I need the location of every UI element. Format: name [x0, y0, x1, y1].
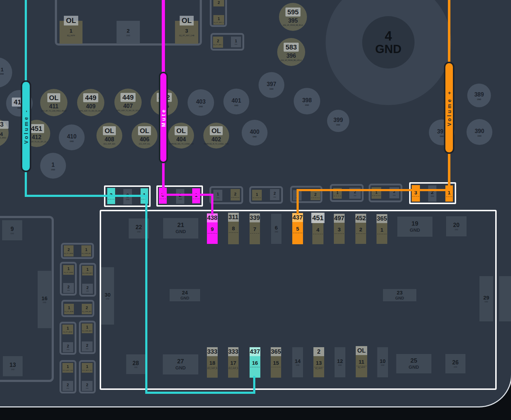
component-pad[interactable]: 3118	[228, 213, 239, 244]
net-name: GND	[252, 136, 256, 138]
component-pad[interactable]: 1GND	[231, 37, 241, 47]
component-pad[interactable]: 1SQ_UWB_ANT0	[81, 245, 91, 256]
component-pad[interactable]: 4375	[292, 213, 303, 244]
component-pad[interactable]: 21GND	[163, 218, 198, 239]
component-pad[interactable]: 2GND	[117, 21, 140, 44]
pin-number: 402	[212, 136, 221, 143]
component-pad[interactable]: 36515	[271, 347, 281, 378]
component-pad[interactable]: 24GND	[170, 289, 200, 301]
component-pad[interactable]: 2GND	[82, 341, 93, 351]
component-pad[interactable]: 2GND	[82, 284, 93, 294]
edge-label-text: IMU_R1_MISO	[0, 137, 6, 139]
component-pad[interactable]: 28GND	[126, 354, 145, 374]
component-pad[interactable]: 4522	[355, 214, 366, 244]
component-pad[interactable]: 16GND	[38, 271, 51, 328]
component-pad[interactable]: 1I2C1_AOP_SDA	[62, 363, 73, 373]
component-pad[interactable]: 4389	[207, 213, 218, 244]
via-pad[interactable]: 583396I2S2_AP_FROM_BB_LRCLK	[277, 38, 305, 66]
component-pad[interactable]: 1GND	[213, 190, 222, 201]
component-pad[interactable]: 2GND	[62, 381, 73, 391]
component-pad[interactable]: OL11SQ_ANT4	[356, 346, 367, 377]
component-pad[interactable]: 25GND	[396, 354, 431, 373]
component-pad[interactable]: 1I2C1_AOP_SCL	[82, 363, 93, 373]
component-pad[interactable]: 12GND	[335, 347, 345, 377]
via-pad[interactable]: OL406I2C1_AOP_SCL	[132, 123, 157, 148]
component-pad[interactable]: 26GND	[445, 354, 465, 373]
connector-pad[interactable]: 1	[192, 188, 200, 203]
pin-number: 1	[70, 28, 72, 34]
via-pad[interactable]: 1GND	[40, 153, 66, 179]
component-pad[interactable]: 13GND	[3, 356, 23, 376]
component-pad[interactable]: OL1SQ_ANT4	[60, 21, 82, 44]
net-name: GND	[393, 194, 396, 196]
component-pad[interactable]: 1SQ_RT_ANT_CHB	[213, 15, 224, 25]
component-pad[interactable]: 10GND	[377, 347, 388, 377]
component-pad[interactable]: 30GND	[101, 267, 114, 325]
pin-number: 15	[273, 360, 279, 366]
component-pad[interactable]: 2	[213, 0, 224, 6]
via-pad[interactable]: 397GND	[259, 72, 284, 98]
component-pad[interactable]: 33317I2C1_AOP_SDA	[228, 347, 238, 378]
pin-number: 1	[86, 267, 89, 272]
component-pad[interactable]: 2SQ_UWB_ANT1	[82, 304, 92, 314]
component-pad[interactable]: 43716	[250, 347, 260, 378]
via-pad[interactable]: 399GND	[327, 110, 349, 132]
net-trace-magenta	[162, 0, 165, 73]
component-pad[interactable]: 23GND	[383, 289, 416, 301]
component-pad[interactable]: 2GND	[270, 189, 279, 200]
net-capsule[interactable]: Mute	[159, 72, 168, 163]
via-pad[interactable]: 410GND	[59, 124, 85, 150]
component-pad[interactable]: 1SQ_RT_ADA0	[64, 304, 74, 314]
component-pad[interactable]: 2	[311, 190, 320, 200]
component-pad[interactable]: 1SQ_UWB_ANT0	[82, 266, 93, 275]
connector-pad[interactable]: 2GND	[428, 185, 436, 202]
component-pad[interactable]: 1	[252, 190, 262, 200]
via-pad[interactable]: 389GND	[467, 84, 491, 107]
component-pad[interactable]: 14GND	[292, 347, 303, 377]
component-pad[interactable]: 2SQ_RT_ANT_CHB	[213, 37, 223, 48]
component-pad[interactable]	[499, 276, 511, 321]
component-pad[interactable]: OL3SQ_RT_ANT_CHB	[175, 21, 198, 44]
via-pad[interactable]: OL404PENROSE_MIC_TO_CODEC_AIN5_POS	[168, 123, 194, 148]
via-pad[interactable]: OL411GPIO_BP_TO_CAM_PMU1_RESET_L	[40, 89, 67, 116]
via-pad[interactable]: 401GND	[223, 89, 249, 114]
gnd-plane-pad[interactable]: 4 GND	[326, 0, 451, 105]
component-pad[interactable]: 6GND	[271, 214, 281, 244]
via-pad[interactable]: 449409GPIO_AOP_TO_IMU_R1_MOSI	[77, 89, 104, 116]
pin-number: 2	[217, 39, 219, 43]
component-pad[interactable]: 27GND	[163, 354, 198, 374]
connector-pad[interactable]: 2GND	[176, 189, 184, 204]
via-pad[interactable]: OL402PENROSE_IR_TO_CODEC_AIN4_POS	[203, 123, 229, 148]
component-pad[interactable]: 1SQ_RT_ADA0	[62, 325, 73, 334]
component-pad[interactable]: 19GND	[397, 217, 432, 237]
via-pad[interactable]: 595395I2S2_AP_FROM_BB_BCLK	[279, 3, 307, 31]
net-capsule[interactable]: Volume +	[444, 62, 454, 154]
component-pad[interactable]: 4514	[312, 213, 323, 244]
component-pad[interactable]: 2GND	[63, 283, 74, 293]
via-pad[interactable]: OL408I2C1_AOP_SDA	[96, 123, 122, 148]
component-pad[interactable]: 2GND	[63, 342, 73, 352]
via-pad[interactable]: 449407GPIO_AOP_TO_IMU_R1_SCLK	[114, 89, 142, 116]
component-pad[interactable]: 2GND	[82, 381, 93, 391]
component-pad[interactable]: 2SQ_RT_ADA0	[64, 245, 74, 256]
component-pad[interactable]: 33318I2C1_AOP_SCL	[207, 347, 218, 378]
connector-pad[interactable]: 1	[445, 185, 453, 202]
via-pad[interactable]: 403GND	[188, 89, 214, 116]
component-pad[interactable]: 1SQ_UWB_ANT1	[82, 324, 93, 333]
component-pad[interactable]: 3651	[377, 214, 387, 244]
component-pad[interactable]: 20GND	[446, 216, 467, 236]
via-pad[interactable]: 398GND	[294, 88, 320, 114]
component-pad[interactable]: 29GND	[479, 276, 493, 321]
component-pad[interactable]: 3397	[250, 213, 260, 244]
edge-label-text: 4	[0, 131, 3, 137]
component-pad[interactable]: 1SQ_RT_ADA0	[63, 265, 74, 275]
net-capsule[interactable]: Volume -	[21, 80, 31, 172]
component-pad[interactable]: 213SQ_ANT2	[313, 347, 324, 377]
via-pad[interactable]: 400GND	[242, 120, 268, 146]
component-pad[interactable]: 9GND	[2, 220, 22, 240]
measurement-label: 437	[250, 347, 260, 356]
component-pad[interactable]: 4973	[334, 214, 345, 244]
via-pad[interactable]: 390GND	[467, 119, 492, 145]
connector-pad[interactable]: 3	[412, 185, 420, 202]
component-pad[interactable]: 2	[231, 189, 240, 200]
